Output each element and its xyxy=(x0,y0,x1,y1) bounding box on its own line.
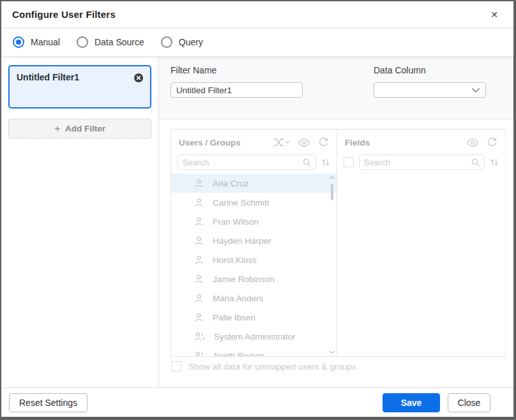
radio-data-source[interactable]: Data Source xyxy=(77,36,144,48)
list-item-label: Aria Cruz xyxy=(213,179,248,188)
dialog-close-icon[interactable]: ✕ xyxy=(490,10,498,19)
list-item[interactable]: North Region xyxy=(171,346,337,356)
users-search-row xyxy=(171,153,337,172)
fields-list xyxy=(337,174,505,356)
list-item[interactable]: Maria Anders xyxy=(171,289,337,308)
list-item[interactable]: System Administrator xyxy=(171,327,337,346)
fields-search-box[interactable] xyxy=(359,154,485,170)
dialog-titlebar: Configure User Filters ✕ xyxy=(1,1,513,28)
radio-manual-label: Manual xyxy=(31,37,60,47)
list-item[interactable]: Fran Wilson xyxy=(171,212,337,231)
remove-filter-icon[interactable] xyxy=(133,73,144,83)
dialog-footer: Reset Settings Save Close xyxy=(1,387,513,417)
scroll-down-icon[interactable] xyxy=(329,350,335,354)
filter-mode-row: Manual Data Source Query xyxy=(1,28,513,57)
fields-select-all-checkbox[interactable] xyxy=(344,157,354,167)
list-item-label: Horst Kloss xyxy=(213,255,257,265)
mapping-panels: Users / Groups xyxy=(171,129,506,357)
mapping-mode-icon[interactable] xyxy=(273,137,290,147)
users-groups-title: Users / Groups xyxy=(179,138,241,147)
list-item[interactable]: Palle Ibsen xyxy=(171,308,337,327)
filter-detail-panel: Filter Name Data Column xyxy=(159,57,513,387)
user-icon xyxy=(194,255,204,265)
data-column-label: Data Column xyxy=(374,65,486,75)
filter-item-name: Untitled Filter1 xyxy=(17,72,79,82)
data-column-select[interactable] xyxy=(374,82,486,98)
fields-sort-icon[interactable] xyxy=(490,158,499,167)
users-search-box[interactable] xyxy=(178,154,316,170)
dialog-body: Untitled Filter1 + Add Filter Filter Nam… xyxy=(1,57,513,387)
list-item[interactable]: Carine Schmitt xyxy=(171,193,337,212)
refresh-icon[interactable] xyxy=(487,137,497,147)
add-filter-button[interactable]: + Add Filter xyxy=(8,119,151,139)
user-icon xyxy=(194,179,204,188)
group-icon xyxy=(194,351,205,357)
fields-title: Fields xyxy=(345,138,370,147)
add-filter-label: Add Filter xyxy=(65,124,105,133)
user-icon xyxy=(194,313,204,322)
users-groups-pane: Users / Groups xyxy=(171,130,337,356)
list-item[interactable]: Hayden Harper xyxy=(171,231,337,250)
data-column-group: Data Column xyxy=(374,65,486,119)
unmapped-data-row: Show all data for unmapped users & group… xyxy=(171,361,513,371)
list-item-label: North Region xyxy=(214,351,265,357)
list-item-label: Palle Ibsen xyxy=(213,313,255,322)
radio-query-label: Query xyxy=(179,37,203,47)
close-button[interactable]: Close xyxy=(448,393,490,412)
plus-icon: + xyxy=(54,123,61,135)
search-icon xyxy=(303,158,311,167)
list-item-label: Jamie Robinson xyxy=(213,274,275,284)
fields-search-input[interactable] xyxy=(364,158,471,167)
fields-header: Fields xyxy=(337,130,505,153)
configure-user-filters-dialog: Configure User Filters ✕ Manual Data Sou… xyxy=(0,0,516,420)
search-icon xyxy=(471,158,480,167)
refresh-icon[interactable] xyxy=(318,137,329,147)
users-search-input[interactable] xyxy=(183,158,303,167)
radio-manual[interactable]: Manual xyxy=(13,36,60,48)
chevron-down-icon xyxy=(471,87,480,93)
users-groups-header: Users / Groups xyxy=(171,130,337,153)
radio-query[interactable]: Query xyxy=(161,36,203,48)
user-icon xyxy=(194,274,204,284)
show-mapped-eye-icon[interactable] xyxy=(298,139,310,147)
list-item[interactable]: Aria Cruz xyxy=(171,174,337,193)
radio-manual-circle[interactable] xyxy=(13,36,24,48)
radio-data-source-circle[interactable] xyxy=(77,36,88,48)
fields-search-row xyxy=(337,153,505,172)
scroll-up-icon[interactable] xyxy=(329,176,335,179)
filter-list-panel: Untitled Filter1 + Add Filter xyxy=(1,57,159,387)
user-icon xyxy=(194,236,204,246)
list-item-label: Carine Schmitt xyxy=(213,198,269,207)
mapping-area: Users / Groups xyxy=(159,119,513,387)
dialog-title: Configure User Filters xyxy=(12,9,116,20)
list-item-label: Maria Anders xyxy=(213,294,264,303)
users-list: Aria Cruz Carine Schmitt Fran Wilson xyxy=(171,174,337,356)
filter-list-item[interactable]: Untitled Filter1 xyxy=(8,65,151,109)
user-icon xyxy=(194,198,204,207)
filter-name-group: Filter Name xyxy=(171,65,303,119)
radio-data-source-label: Data Source xyxy=(95,37,144,47)
show-mapped-eye-icon[interactable] xyxy=(467,139,478,147)
reset-settings-button[interactable]: Reset Settings xyxy=(9,393,87,412)
user-icon xyxy=(194,294,204,303)
unmapped-data-checkbox[interactable] xyxy=(171,361,181,371)
filter-name-input[interactable] xyxy=(171,82,303,98)
save-button[interactable]: Save xyxy=(383,393,440,412)
user-icon xyxy=(194,217,204,227)
list-item-label: Fran Wilson xyxy=(213,217,259,227)
scrollbar-thumb[interactable] xyxy=(331,184,333,200)
filter-form-band: Filter Name Data Column xyxy=(159,57,513,119)
unmapped-data-label: Show all data for unmapped users & group… xyxy=(188,362,356,371)
list-item[interactable]: Horst Kloss xyxy=(171,250,337,269)
group-icon xyxy=(194,332,205,341)
fields-pane: Fields xyxy=(337,130,505,356)
users-sort-icon[interactable] xyxy=(321,158,330,167)
users-list-scrollbar[interactable] xyxy=(328,174,336,356)
list-item-label: System Administrator xyxy=(214,332,296,341)
list-item-label: Hayden Harper xyxy=(213,236,271,246)
list-item[interactable]: Jamie Robinson xyxy=(171,269,337,289)
filter-name-label: Filter Name xyxy=(171,65,303,75)
radio-query-circle[interactable] xyxy=(161,36,172,48)
